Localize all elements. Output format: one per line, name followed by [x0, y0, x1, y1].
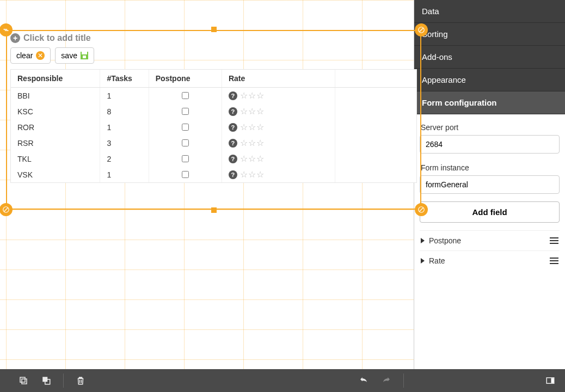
star-outline-icon[interactable]: ☆: [240, 154, 248, 164]
cell-spacer: [335, 135, 416, 151]
star-outline-icon[interactable]: ☆: [256, 90, 264, 101]
accordion-section-appearance[interactable]: Appearance: [414, 69, 565, 91]
toggle-panel-button[interactable]: [541, 371, 560, 390]
col-header-rate[interactable]: Rate: [222, 70, 335, 88]
delete-button[interactable]: [71, 371, 90, 390]
help-circle-icon[interactable]: ?: [229, 107, 237, 116]
svg-rect-7: [22, 379, 27, 384]
form-instance-input[interactable]: [420, 175, 560, 194]
col-header-responsible[interactable]: Responsible: [11, 70, 100, 88]
save-disk-icon: [81, 52, 88, 59]
cancel-circle-icon: ✕: [36, 51, 45, 60]
data-table: Responsible #Tasks Postpone Rate BBI1?☆☆…: [11, 70, 416, 182]
cell-postpone: [149, 88, 222, 104]
form-field-row[interactable]: Rate: [420, 250, 560, 271]
postpone-checkbox[interactable]: [182, 124, 189, 131]
svg-rect-13: [551, 378, 554, 383]
accordion-section-sorting[interactable]: Sorting: [414, 23, 565, 46]
star-outline-icon[interactable]: ☆: [248, 138, 256, 148]
cell-postpone: [149, 151, 222, 167]
design-canvas[interactable]: + Click to add title clear ✕ save: [0, 0, 414, 369]
star-outline-icon[interactable]: ☆: [256, 122, 264, 132]
cell-responsible: KSC: [11, 103, 100, 119]
drag-handle-icon[interactable]: [550, 258, 558, 264]
redo-icon: [382, 376, 391, 385]
undo-button[interactable]: [354, 371, 373, 390]
server-port-input[interactable]: [420, 135, 560, 154]
postpone-checkbox[interactable]: [182, 92, 189, 99]
widget-title-placeholder[interactable]: + Click to add title: [10, 33, 417, 43]
form-field-label: Postpone: [429, 236, 461, 245]
star-outline-icon[interactable]: ☆: [248, 106, 256, 117]
star-outline-icon[interactable]: ☆: [256, 154, 264, 164]
clear-button[interactable]: clear ✕: [10, 47, 51, 64]
cell-spacer: [335, 167, 416, 182]
selected-widget-frame[interactable]: + Click to add title clear ✕ save: [6, 30, 421, 210]
clear-button-label: clear: [16, 51, 33, 60]
star-outline-icon[interactable]: ☆: [240, 122, 248, 132]
copy-button[interactable]: [14, 371, 33, 390]
copy-icon: [19, 376, 28, 385]
table-row[interactable]: ROR1?☆☆☆: [11, 119, 416, 135]
form-field-row[interactable]: Postpone: [420, 230, 560, 250]
col-header-tasks[interactable]: #Tasks: [100, 70, 149, 88]
star-outline-icon[interactable]: ☆: [248, 154, 256, 164]
table-row[interactable]: KSC8?☆☆☆: [11, 103, 416, 119]
star-outline-icon[interactable]: ☆: [256, 138, 264, 148]
table-row[interactable]: BBI1?☆☆☆: [11, 88, 416, 104]
cell-tasks: 1: [100, 167, 149, 182]
accordion-section-data[interactable]: Data: [414, 0, 565, 23]
cell-rate: ?☆☆☆: [222, 88, 335, 104]
widget-title-text: Click to add title: [23, 33, 91, 43]
panel-toggle-icon: [545, 376, 555, 385]
table-row[interactable]: RSR3?☆☆☆: [11, 135, 416, 151]
col-header-spacer: [335, 70, 416, 88]
bring-front-button[interactable]: [37, 371, 56, 390]
help-circle-icon[interactable]: ?: [229, 139, 237, 148]
cell-responsible: VSK: [11, 167, 100, 182]
table-row[interactable]: VSK1?☆☆☆: [11, 167, 416, 182]
table-row[interactable]: TKL2?☆☆☆: [11, 151, 416, 167]
help-circle-icon[interactable]: ?: [229, 170, 237, 179]
cell-rate: ?☆☆☆: [222, 119, 335, 135]
col-header-postpone[interactable]: Postpone: [149, 70, 222, 88]
star-outline-icon[interactable]: ☆: [240, 106, 248, 117]
form-field-label: Rate: [429, 256, 445, 265]
cell-rate: ?☆☆☆: [222, 167, 335, 182]
star-outline-icon[interactable]: ☆: [256, 106, 264, 117]
help-circle-icon[interactable]: ?: [229, 123, 237, 132]
cell-responsible: ROR: [11, 119, 100, 135]
postpone-checkbox[interactable]: [182, 155, 189, 162]
star-outline-icon[interactable]: ☆: [240, 90, 248, 101]
cell-tasks: 2: [100, 151, 149, 167]
add-field-button[interactable]: Add field: [420, 201, 560, 223]
caret-right-icon: [421, 238, 425, 243]
star-outline-icon[interactable]: ☆: [256, 169, 264, 180]
cell-responsible: BBI: [11, 88, 100, 104]
postpone-checkbox[interactable]: [182, 108, 189, 115]
cell-rate: ?☆☆☆: [222, 135, 335, 151]
cell-rate: ?☆☆☆: [222, 151, 335, 167]
cell-tasks: 8: [100, 103, 149, 119]
cell-responsible: TKL: [11, 151, 100, 167]
cell-spacer: [335, 119, 416, 135]
star-outline-icon[interactable]: ☆: [240, 138, 248, 148]
cell-spacer: [335, 88, 416, 104]
accordion-section-addons[interactable]: Add-ons: [414, 46, 565, 69]
cell-tasks: 1: [100, 88, 149, 104]
accordion-section-formconfig[interactable]: Form configuration: [414, 91, 565, 114]
server-port-label: Server port: [421, 123, 558, 132]
star-outline-icon[interactable]: ☆: [248, 169, 256, 180]
help-circle-icon[interactable]: ?: [229, 91, 237, 100]
postpone-checkbox[interactable]: [182, 171, 189, 178]
help-circle-icon[interactable]: ?: [229, 155, 237, 163]
star-outline-icon[interactable]: ☆: [240, 169, 248, 180]
drag-handle-icon[interactable]: [550, 237, 558, 244]
star-outline-icon[interactable]: ☆: [248, 122, 256, 132]
postpone-checkbox[interactable]: [182, 139, 189, 146]
svg-rect-6: [20, 377, 25, 382]
star-outline-icon[interactable]: ☆: [248, 90, 256, 101]
redo-button[interactable]: [377, 371, 396, 390]
cell-spacer: [335, 151, 416, 167]
save-button[interactable]: save: [55, 47, 94, 64]
